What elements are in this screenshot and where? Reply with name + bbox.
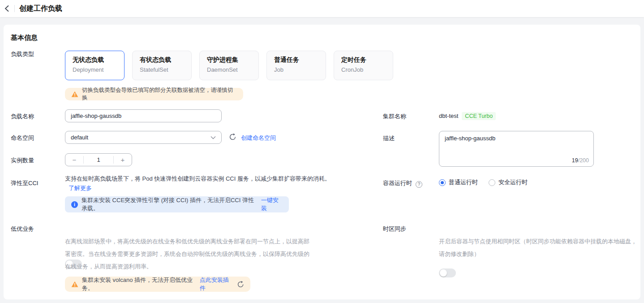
char-counter-max: /200 [578, 157, 589, 164]
title-divider [14, 5, 15, 12]
namespace-select[interactable]: default [65, 131, 222, 144]
workload-type-card-statefulset[interactable]: 有状态负载 StatefulSet [132, 51, 192, 80]
volcano-warning-text: 集群未安装 volcano 插件，无法开启低优业务。 [82, 276, 200, 292]
card-title: 有状态负载 [140, 56, 191, 64]
chevron-left-icon [4, 5, 9, 12]
radio-normal-runtime[interactable]: 普通运行时 [439, 178, 478, 186]
workload-type-card-deployment[interactable]: 无状态负载 Deployment [65, 51, 125, 80]
description-textarea-wrap: jaffle-shop-gaussdb 19/200 [439, 131, 594, 167]
instance-count-label: 实例数量 [11, 156, 34, 164]
cluster-type-badge: CCE Turbo [462, 112, 496, 120]
basic-info-panel: 基本信息 负载类型 无状态负载 Deployment 有状态负载 Statefu… [4, 25, 640, 299]
container-runtime-label: 容器运行时? [383, 179, 422, 188]
container-runtime-label-text: 容器运行时 [383, 180, 412, 186]
cci-info-text: 集群未安装 CCE突发弹性引擎 (对接 CCI) 插件，无法开启CCI 弹性承载… [82, 196, 258, 212]
description-label: 描述 [383, 134, 395, 143]
namespace-selected-value: default [71, 134, 88, 141]
radio-selected-icon [439, 179, 446, 186]
instance-count-stepper: − 1 + [65, 153, 132, 166]
radio-label: 安全运行时 [498, 178, 528, 186]
chevron-down-icon [210, 136, 216, 139]
namespace-refresh-icon[interactable] [229, 133, 236, 141]
namespace-label: 命名空间 [11, 134, 34, 142]
create-namespace-link[interactable]: 创建命名空间 [241, 134, 276, 142]
section-title: 基本信息 [11, 34, 38, 42]
plus-button[interactable]: + [114, 156, 132, 164]
card-title: 普通任务 [274, 56, 326, 64]
warning-triangle-icon [71, 281, 78, 287]
char-counter-current: 19 [572, 157, 578, 164]
low-priority-label: 低优业务 [11, 225, 34, 233]
warning-triangle-icon [71, 91, 78, 97]
radio-label: 普通运行时 [449, 178, 478, 186]
info-icon: i [71, 201, 78, 208]
install-plugin-link[interactable]: 点此安装插件 [200, 276, 233, 292]
cluster-name-label: 集群名称 [383, 113, 406, 121]
card-subtitle: Deployment [73, 66, 124, 73]
cluster-name-text: dbt-test [439, 113, 458, 119]
card-subtitle: CronJob [341, 66, 393, 73]
workload-name-label: 负载名称 [11, 113, 34, 121]
card-title: 守护进程集 [207, 56, 258, 64]
card-title: 定时任务 [341, 56, 393, 64]
plugin-refresh-icon[interactable] [237, 281, 244, 288]
back-button[interactable] [0, 0, 13, 17]
cluster-name-value: dbt-testCCE Turbo [439, 112, 496, 120]
instance-count-value[interactable]: 1 [84, 156, 113, 163]
timezone-sync-label: 时区同步 [383, 225, 406, 233]
cci-learn-more-link[interactable]: 了解更多 [69, 184, 92, 192]
warning-text: 切换负载类型会导致已填写的部分关联数据被清空，请谨慎切换 [82, 87, 237, 102]
cci-info-banner: i 集群未安装 CCE突发弹性引擎 (对接 CCI) 插件，无法开启CCI 弹性… [65, 196, 289, 212]
workload-type-card-cronjob[interactable]: 定时任务 CronJob [334, 51, 393, 80]
volcano-warning-banner: 集群未安装 volcano 插件，无法开启低优业务。 点此安装插件 [65, 277, 250, 292]
toggle-knob [440, 269, 447, 277]
workload-name-input[interactable] [65, 109, 222, 122]
runtime-radio-group: 普通运行时 安全运行时 [439, 178, 528, 186]
page-title: 创建工作负载 [19, 4, 62, 13]
workload-type-warning-banner: 切换负载类型会导致已填写的部分关联数据被清空，请谨慎切换 [65, 88, 243, 100]
card-title: 无状态负载 [73, 56, 124, 64]
workload-type-card-job[interactable]: 普通任务 Job [266, 51, 326, 80]
cci-description: 支持在短时高负载场景下，将 Pod 快速弹性创建到云容器实例 CCI 服务，以减… [65, 174, 343, 183]
radio-unselected-icon [489, 179, 495, 186]
timezone-sync-description: 开启后容器与节点使用相同时区（时区同步功能依赖容器中挂载的本地磁盘，请勿修改删除… [439, 235, 637, 260]
card-subtitle: Job [274, 66, 326, 73]
top-bar: 创建工作负载 [0, 0, 644, 17]
one-click-install-link[interactable]: 一键安装 [261, 196, 283, 212]
low-priority-description: 在离线混部场景中，将高优先级的在线业务和低优先级的离线业务部署在同一节点上，以提… [65, 235, 310, 273]
help-icon[interactable]: ? [416, 181, 422, 188]
description-textarea[interactable]: jaffle-shop-gaussdb [445, 135, 588, 156]
card-subtitle: StatefulSet [140, 66, 191, 73]
card-subtitle: DaemonSet [207, 66, 258, 73]
cci-label: 弹性至CCI [11, 179, 38, 187]
workload-type-card-daemonset[interactable]: 守护进程集 DaemonSet [199, 51, 259, 80]
char-counter: 19/200 [572, 157, 589, 164]
workload-type-label: 负载类型 [11, 50, 34, 58]
timezone-sync-toggle[interactable] [439, 268, 456, 277]
radio-secure-runtime[interactable]: 安全运行时 [489, 178, 528, 186]
minus-button[interactable]: − [65, 156, 83, 164]
